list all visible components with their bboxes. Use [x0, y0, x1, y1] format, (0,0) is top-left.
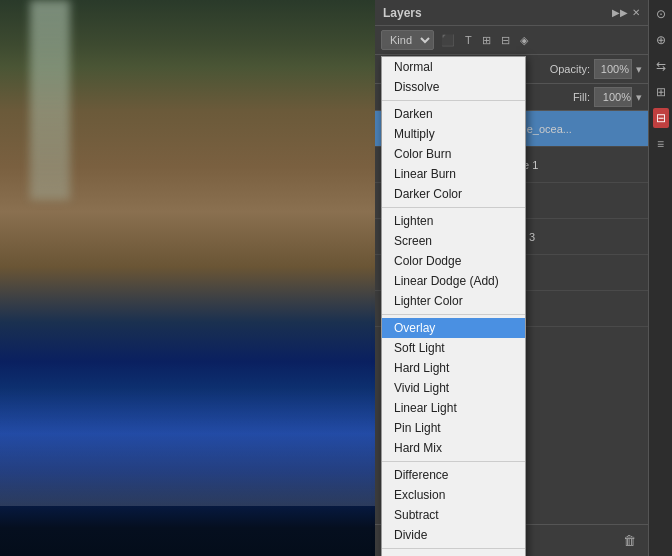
panel-close-icon[interactable]: ✕ [632, 7, 640, 18]
vert-icon-2[interactable]: ⊕ [653, 30, 669, 50]
dropdown-item-pin-light[interactable]: Pin Light [382, 418, 525, 438]
canvas-image [0, 0, 375, 556]
fill-input[interactable] [594, 87, 632, 107]
delete-layer-button[interactable]: 🗑 [619, 531, 640, 550]
dropdown-item-subtract[interactable]: Subtract [382, 505, 525, 525]
fill-arrow[interactable]: ▾ [636, 91, 642, 104]
dropdown-item-difference[interactable]: Difference [382, 465, 525, 485]
vert-icon-5-active[interactable]: ⊟ [653, 108, 669, 128]
panel-menu-icon[interactable]: ▶▶ [612, 7, 628, 18]
kind-select[interactable]: Kind [381, 30, 434, 50]
panel-header-icons: ▶▶ ✕ [612, 7, 640, 18]
vert-icon-6[interactable]: ≡ [654, 134, 667, 154]
dropdown-item-darken[interactable]: Darken [382, 104, 525, 124]
dropdown-separator-2 [382, 207, 525, 208]
dropdown-item-exclusion[interactable]: Exclusion [382, 485, 525, 505]
opacity-arrow[interactable]: ▾ [636, 63, 642, 76]
opacity-label: Opacity: [550, 63, 590, 75]
opacity-input[interactable] [594, 59, 632, 79]
kind-bar: Kind ⬛ T ⊞ ⊟ ◈ [375, 26, 648, 55]
kind-type-icon[interactable]: ⊞ [479, 33, 494, 48]
dropdown-separator-5 [382, 548, 525, 549]
blend-mode-dropdown: Normal Dissolve Darken Multiply Color Bu… [381, 56, 526, 556]
dropdown-item-hard-mix[interactable]: Hard Mix [382, 438, 525, 458]
dropdown-separator-4 [382, 461, 525, 462]
fill-label: Fill: [573, 91, 590, 103]
dropdown-item-linear-light[interactable]: Linear Light [382, 398, 525, 418]
dropdown-separator-1 [382, 100, 525, 101]
canvas-area [0, 0, 375, 556]
dropdown-item-hue[interactable]: Hue [382, 552, 525, 556]
dropdown-item-darker-color[interactable]: Darker Color [382, 184, 525, 204]
kind-smart-icon[interactable]: ◈ [517, 33, 531, 48]
dropdown-item-divide[interactable]: Divide [382, 525, 525, 545]
dropdown-separator-3 [382, 314, 525, 315]
kind-shape-icon[interactable]: ⊟ [498, 33, 513, 48]
dropdown-item-linear-burn[interactable]: Linear Burn [382, 164, 525, 184]
dropdown-item-vivid-light[interactable]: Vivid Light [382, 378, 525, 398]
dropdown-item-soft-light[interactable]: Soft Light [382, 338, 525, 358]
panel-header: Layers ▶▶ ✕ [375, 0, 648, 26]
kind-adjust-icon[interactable]: T [462, 33, 475, 47]
dropdown-item-overlay[interactable]: Overlay [382, 318, 525, 338]
dropdown-item-linear-dodge[interactable]: Linear Dodge (Add) [382, 271, 525, 291]
kind-pixel-icon[interactable]: ⬛ [438, 33, 458, 48]
dropdown-item-screen[interactable]: Screen [382, 231, 525, 251]
vert-icon-1[interactable]: ⊙ [653, 4, 669, 24]
dropdown-item-lighter-color[interactable]: Lighter Color [382, 291, 525, 311]
vert-icon-3[interactable]: ⇆ [653, 56, 669, 76]
dropdown-item-normal[interactable]: Normal [382, 57, 525, 77]
panel-title: Layers [383, 6, 422, 20]
dropdown-item-lighten[interactable]: Lighten [382, 211, 525, 231]
vert-icon-4[interactable]: ⊞ [653, 82, 669, 102]
dropdown-item-hard-light[interactable]: Hard Light [382, 358, 525, 378]
dropdown-item-color-dodge[interactable]: Color Dodge [382, 251, 525, 271]
vertical-toolbar: ⊙ ⊕ ⇆ ⊞ ⊟ ≡ [648, 0, 672, 556]
dropdown-item-color-burn[interactable]: Color Burn [382, 144, 525, 164]
dropdown-item-multiply[interactable]: Multiply [382, 124, 525, 144]
dropdown-item-dissolve[interactable]: Dissolve [382, 77, 525, 97]
